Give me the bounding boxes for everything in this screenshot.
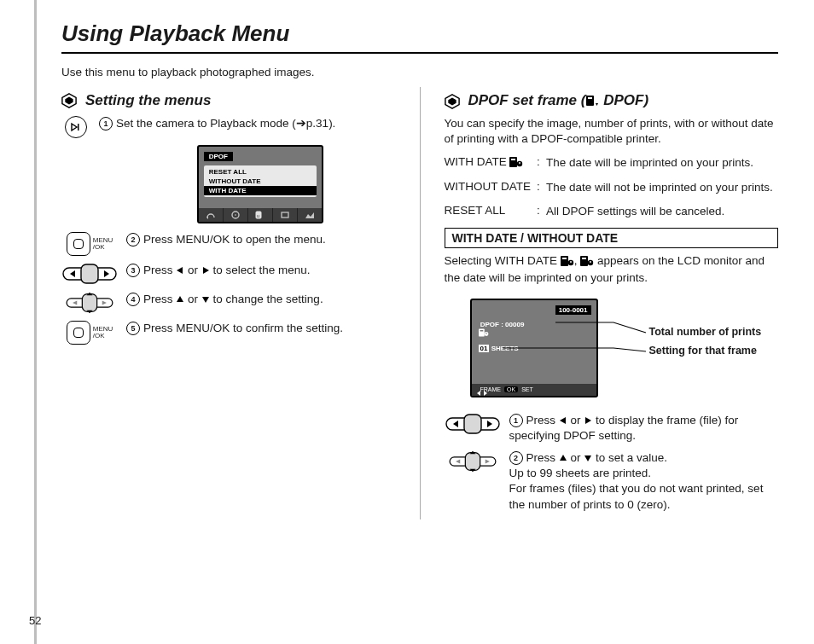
column-separator (420, 87, 421, 519)
svg-rect-9 (282, 212, 288, 218)
ok-button-icon (67, 232, 90, 256)
subsection-heading-box: WITH DATE / WITHOUT DATE (445, 228, 779, 248)
lcd-menu-row: RESET ALL (204, 167, 317, 177)
option-without-date-key: WITHOUT DATE (445, 180, 532, 195)
column-left: Setting the menus 1Set the camera to Pla… (61, 87, 396, 519)
lcd-tab-icon (298, 208, 322, 222)
colon: : (534, 204, 543, 219)
page-number: 52 (29, 614, 41, 627)
dpad-vertical-icon (445, 450, 501, 473)
intro-text: Use this menu to playback photographed i… (61, 66, 778, 78)
lcd-menu-list: RESET ALL WITHOUT DATE WITH DATE (204, 165, 317, 197)
svg-marker-16 (203, 267, 209, 274)
svg-marker-52 (560, 417, 566, 424)
step-number-4: 4 (126, 293, 140, 306)
step-number-1: 1 (99, 117, 113, 131)
subsection-lead: Selecting WITH DATE , appears on the LCD… (445, 253, 779, 286)
svg-marker-15 (177, 267, 183, 274)
right-step-2-text: 2Press or to set a value. Up to 99 sheet… (509, 450, 779, 513)
hex-bullet-icon (61, 93, 77, 108)
right-step-1-text: 1Press or to display the frame (file) fo… (509, 413, 779, 444)
down-arrow-icon (584, 451, 592, 467)
svg-rect-30 (509, 157, 517, 167)
step-4: 4Press or to change the setting. (61, 292, 396, 314)
svg-rect-37 (570, 261, 571, 263)
svg-rect-34 (561, 256, 568, 266)
dpof-lead-text: You can specify the image, number of pri… (445, 116, 779, 147)
svg-rect-12 (81, 264, 98, 283)
date-stamp-icon (580, 255, 594, 270)
ok-button-icon (67, 321, 90, 345)
step-number-2: 2 (509, 451, 523, 465)
lcd-callout-figure: 100-0001 DPOF : 00009 01 SHEETS FRAME OK (445, 295, 779, 406)
hex-bullet-icon (445, 94, 460, 109)
heading-dpof: DPOF set frame ( DPOF) (468, 92, 649, 111)
option-without-date-val: The date will not be imprinted on your p… (546, 180, 778, 195)
callout-total-prints: Total number of prints (649, 326, 762, 338)
lcd-tab-icon (224, 208, 248, 222)
step-2: MENU/OK 2Press MENU/OK to open the menu. (61, 232, 396, 256)
print-order-icon (585, 94, 599, 111)
svg-rect-33 (519, 162, 520, 164)
lcd-menu-row-selected: WITH DATE (204, 186, 317, 195)
up-arrow-icon (176, 293, 184, 308)
heading-setting-menus: Setting the menus (85, 92, 211, 109)
svg-marker-29 (596, 103, 598, 106)
lcd-dpof-menu: DPOF RESET ALL WITHOUT DATE WITH DATE u (197, 145, 323, 223)
ok-button-label: MENU/OK (93, 237, 113, 251)
menu-ok-button-icon: MENU/OK (61, 232, 118, 256)
svg-marker-53 (585, 417, 591, 424)
ok-button-label: MENU/OK (93, 326, 113, 339)
svg-text:u: u (257, 213, 259, 218)
option-reset-val: All DPOF settings will be canceled. (546, 204, 778, 219)
svg-rect-18 (82, 294, 96, 312)
svg-marker-10 (305, 212, 314, 218)
date-stamp-icon (561, 255, 574, 270)
step-2-text: 2Press MENU/OK to open the menu. (126, 232, 396, 247)
menu-ok-button-icon: MENU/OK (61, 321, 118, 345)
colon: : (534, 155, 543, 171)
dpad-horizontal-icon (61, 263, 118, 285)
svg-rect-49 (464, 415, 481, 433)
option-reset-key: RESET ALL (445, 204, 532, 219)
page-title: Using Playback Menu (61, 20, 778, 47)
right-arrow-icon (584, 414, 592, 429)
svg-rect-6 (235, 214, 235, 215)
section-heading-row: Setting the menus (61, 92, 396, 109)
step-number-1: 1 (509, 414, 523, 427)
lcd-tab-icon (273, 208, 298, 222)
lcd-tab-icon: u (248, 208, 273, 222)
svg-marker-1 (65, 97, 73, 105)
lcd-menu-row: WITHOUT DATE (204, 177, 317, 186)
svg-marker-60 (560, 455, 567, 461)
step-number-2: 2 (126, 233, 140, 247)
svg-marker-2 (72, 124, 77, 131)
down-arrow-icon (201, 293, 210, 308)
step-5-text: 5Press MENU/OK to confirm the setting. (126, 321, 396, 336)
lcd-tab-bar: u (199, 208, 322, 222)
right-step-2: 2Press or to set a value. Up to 99 sheet… (445, 450, 779, 513)
page: Using Playback Menu Use this menu to pla… (0, 0, 814, 644)
right-step-1: 1Press or to display the frame (file) fo… (445, 413, 779, 444)
svg-marker-61 (584, 455, 591, 461)
option-with-date-val: The date will be imprinted on your print… (546, 155, 778, 171)
svg-rect-27 (586, 96, 594, 106)
svg-rect-39 (582, 258, 586, 259)
left-arrow-icon (559, 414, 567, 429)
lcd-tab-icon (199, 208, 224, 222)
two-column-layout: Setting the menus 1Set the camera to Pla… (61, 87, 778, 519)
svg-rect-3 (78, 124, 79, 131)
colon: : (534, 180, 543, 195)
dpof-options-list: WITH DATE : The date will be imprinted o… (445, 155, 779, 219)
right-arrow-icon (201, 264, 210, 279)
step-number-5: 5 (126, 322, 140, 335)
left-arrow-icon (176, 264, 184, 279)
option-with-date-key: WITH DATE (445, 155, 532, 171)
svg-rect-55 (465, 453, 480, 471)
step-3: 3Press or to select the menu. (61, 263, 396, 285)
lcd-wrapper: DPOF RESET ALL WITHOUT DATE WITH DATE u (125, 145, 396, 223)
dpad-vertical-icon (61, 292, 118, 314)
step-3-text: 3Press or to select the menu. (126, 263, 396, 278)
svg-rect-38 (580, 256, 588, 266)
dpad-horizontal-icon (445, 413, 501, 435)
